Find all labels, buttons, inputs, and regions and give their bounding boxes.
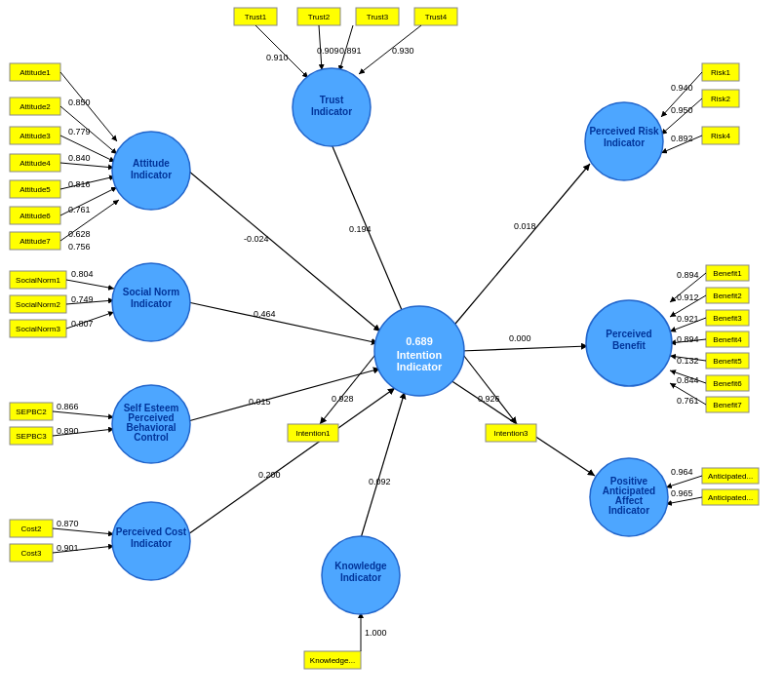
loading-sn2: 0.749 (71, 294, 94, 304)
path-label-int3: 0.926 (478, 394, 500, 404)
loading-knowledge: 1.000 (365, 628, 387, 638)
risk1-label: Risk1 (711, 68, 731, 77)
loading-att7: 0.628 (68, 229, 91, 239)
loading-att5: 0.816 (68, 179, 91, 189)
ben2-label: Benefit2 (713, 292, 742, 300)
int1-label: Intention1 (295, 429, 331, 438)
path-knowledge-intention (361, 392, 405, 538)
ben1-label: Benefit1 (713, 269, 742, 278)
loading-trust3: 0.891 (339, 46, 362, 56)
loading-trust2: 0.909 (317, 46, 339, 56)
line-cost2 (53, 528, 114, 534)
loading-att6: 0.761 (68, 205, 91, 214)
loading-sepbc2: 0.866 (57, 402, 79, 411)
path-label-int1: 0.928 (332, 394, 354, 404)
int3-label: Intention3 (493, 429, 529, 438)
ben4-label: Benefit4 (713, 335, 742, 344)
path-label-intention-benefit: 0.000 (509, 333, 531, 343)
path-attitude-intention (188, 171, 380, 331)
loading-trust1: 0.910 (266, 53, 289, 62)
ben3-label: Benefit3 (713, 314, 742, 323)
trust3-label: Trust3 (367, 13, 389, 21)
know-node-label2: Indicator (340, 572, 381, 583)
cost-node-label1: Perceived Cost (116, 526, 187, 537)
sepbc2-label: SEPBC2 (16, 408, 47, 416)
loading-ben5: 0.132 (677, 356, 699, 366)
line-ant1 (666, 476, 702, 487)
loading-ben7: 0.761 (677, 396, 699, 406)
loading-sn3: 0.807 (71, 319, 94, 329)
path-label-socialnorm-intention: 0.464 (254, 309, 276, 319)
loading-sepbc3: 0.890 (57, 426, 79, 436)
path-intention-int3 (460, 351, 517, 424)
loading-att4: 0.840 (68, 153, 91, 163)
r2-value: 0.689 (406, 335, 433, 347)
att5-label: Attitude5 (20, 185, 51, 194)
att4-label: Attitude4 (20, 159, 51, 168)
path-label-intention-risk: 0.018 (514, 221, 536, 231)
ben7-label: Benefit7 (713, 401, 742, 409)
att1-label: Attitude1 (20, 68, 51, 77)
att7-label: Attitude7 (20, 237, 51, 246)
line-sn1 (66, 280, 114, 289)
att2-label: Attitude2 (20, 102, 51, 111)
cost-node-label2: Indicator (131, 538, 172, 549)
sn2-label: SocialNorm2 (16, 300, 60, 309)
sn-node-label1: Social Norm (123, 287, 179, 297)
loading-trust4: 0.930 (392, 46, 414, 56)
ben-node-label2: Benefit (612, 340, 647, 351)
ant1-label: Anticipated... (708, 472, 753, 481)
loading-att3: 0.779 (68, 127, 91, 136)
loading-risk1: 0.940 (671, 83, 693, 93)
int-node-label2: Indicator (397, 361, 443, 372)
line-sepbc2 (53, 411, 114, 417)
ben5-label: Benefit5 (713, 357, 742, 366)
loading-cost3: 0.901 (57, 543, 79, 553)
risk4-label: Risk4 (711, 132, 731, 140)
attitude-node-label1: Attitude (133, 158, 170, 169)
path-cost-intention (188, 388, 395, 534)
path-intention-benefit (460, 346, 588, 351)
risk2-label: Risk2 (711, 95, 731, 103)
line-trust1 (255, 25, 308, 78)
cost3-label: Cost3 (21, 549, 42, 558)
ant2-label: Anticipated... (708, 493, 753, 502)
loading-ant2: 0.965 (671, 488, 693, 498)
path-label-selfesteem-intention: 0.015 (249, 397, 271, 407)
int-node-label1: Intention (397, 349, 443, 361)
trust-node-label1: Trust (320, 95, 344, 105)
trust-node-label2: Indicator (311, 106, 352, 117)
loading-sn1: 0.804 (71, 269, 94, 279)
loading-ben1: 0.894 (677, 270, 699, 280)
line-att4 (60, 163, 114, 168)
path-label-trust-intention: 0.194 (349, 224, 372, 234)
ben-node-label1: Perceived (606, 329, 651, 339)
path-label-cost-intention: 0.200 (258, 470, 281, 480)
path-label-knowledge-intention: 0.092 (369, 477, 391, 486)
sn-node-label2: Indicator (131, 298, 172, 309)
loading-att2: 0.850 (68, 97, 91, 107)
sn3-label: SocialNorm3 (16, 325, 60, 333)
se-node-label4: Control (134, 432, 169, 443)
loading-risk4: 0.892 (671, 134, 693, 143)
aff-node-label4: Indicator (608, 505, 649, 516)
ben6-label: Benefit6 (713, 379, 742, 388)
att3-label: Attitude3 (20, 132, 51, 140)
cost2-label: Cost2 (21, 525, 42, 533)
att6-label: Attitude6 (20, 212, 51, 220)
trust4-label: Trust4 (425, 13, 448, 21)
risk-node-label1: Perceived Risk (589, 126, 659, 136)
attitude-node-label2: Indicator (131, 170, 172, 180)
path-socialnorm-intention (188, 302, 378, 343)
path-intention-risk (455, 164, 590, 324)
loading-ben2: 0.912 (677, 292, 699, 302)
know-node-label1: Knowledge (334, 561, 387, 571)
loading-att7b: 0.756 (68, 242, 91, 252)
loading-risk2: 0.950 (671, 105, 693, 115)
loading-cost2: 0.870 (57, 519, 79, 528)
sepbc3-label: SEPBC3 (16, 432, 47, 441)
loading-ant1: 0.964 (671, 467, 693, 477)
line-risk2 (661, 98, 702, 135)
knowledge-ind-label: Knowledge... (310, 656, 355, 665)
loading-ben3: 0.921 (677, 314, 699, 324)
